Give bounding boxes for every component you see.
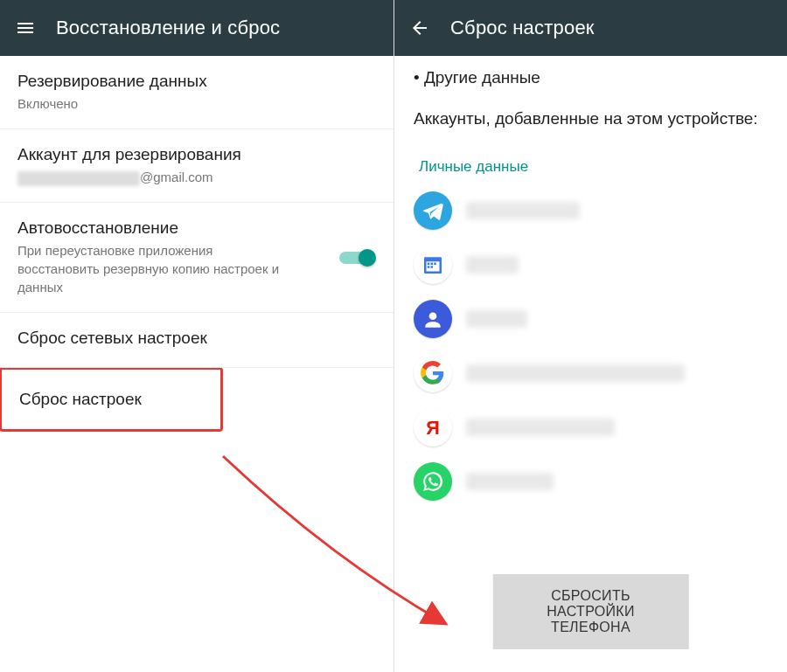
page-title-right: Сброс настроек <box>450 17 595 39</box>
redacted-text <box>466 310 527 328</box>
account-row-contacts <box>414 300 768 338</box>
item-backup-data-status: Включено <box>17 94 297 113</box>
other-data-bullet: • Другие данные <box>414 68 768 87</box>
hamburger-icon[interactable] <box>12 15 38 41</box>
redacted-text <box>466 364 685 382</box>
appbar-left: Восстановление и сброс <box>0 0 394 56</box>
svg-point-7 <box>429 312 437 320</box>
item-factory-reset-label: Сброс настроек <box>19 390 203 409</box>
svg-text:Я: Я <box>426 416 440 438</box>
accounts-header: Аккаунты, добавленные на этом устройстве… <box>414 107 768 132</box>
yandex-icon: Я <box>414 408 452 447</box>
redacted-text <box>466 419 615 436</box>
svg-rect-3 <box>431 262 434 265</box>
screen-backup-reset: Восстановление и сброс Резервирование да… <box>0 0 394 672</box>
item-network-reset[interactable]: Сброс сетевых настроек <box>0 313 394 368</box>
screen-factory-reset: Сброс настроек • Другие данные Аккаунты,… <box>394 0 787 672</box>
account-row-calendar <box>414 246 768 284</box>
redacted-text <box>466 473 554 490</box>
redacted-text <box>466 202 580 219</box>
telegram-icon <box>414 191 452 230</box>
item-backup-account[interactable]: Аккаунт для резервирования @gmail.com <box>0 129 394 203</box>
svg-rect-2 <box>428 262 430 265</box>
auto-restore-toggle[interactable] <box>339 249 374 267</box>
calendar-icon <box>414 246 452 284</box>
back-icon[interactable] <box>407 15 433 41</box>
account-row-telegram <box>414 191 768 230</box>
reset-phone-button[interactable]: СБРОСИТЬ НАСТРОЙКИ ТЕЛЕФОНА <box>492 574 689 649</box>
google-icon <box>414 354 452 392</box>
item-backup-data[interactable]: Резервирование данных Включено <box>0 56 394 129</box>
item-backup-data-label: Резервирование данных <box>17 72 376 91</box>
svg-rect-6 <box>431 266 434 268</box>
reset-body: • Другие данные Аккаунты, добавленные на… <box>394 56 787 501</box>
account-row-yandex: Я <box>414 408 768 447</box>
contacts-icon <box>414 300 452 338</box>
item-backup-account-label: Аккаунт для резервирования <box>17 145 376 164</box>
item-network-reset-label: Сброс сетевых настроек <box>17 329 376 348</box>
item-backup-account-email: @gmail.com <box>17 168 297 186</box>
item-factory-reset[interactable]: Сброс настроек <box>0 367 223 432</box>
redacted-text <box>466 256 519 274</box>
svg-rect-4 <box>434 262 436 265</box>
redacted-email-local <box>17 171 140 186</box>
account-row-google <box>414 354 768 392</box>
account-row-whatsapp <box>414 462 768 501</box>
svg-rect-5 <box>428 266 430 268</box>
item-auto-restore-label: Автовосстановление <box>17 218 376 238</box>
item-auto-restore-desc: При переустановке приложения восстановит… <box>17 241 297 296</box>
whatsapp-icon <box>414 462 452 501</box>
personal-data-label: Личные данные <box>419 158 768 176</box>
item-auto-restore[interactable]: Автовосстановление При переустановке при… <box>0 203 394 313</box>
appbar-right: Сброс настроек <box>394 0 787 56</box>
page-title-left: Восстановление и сброс <box>56 17 280 39</box>
